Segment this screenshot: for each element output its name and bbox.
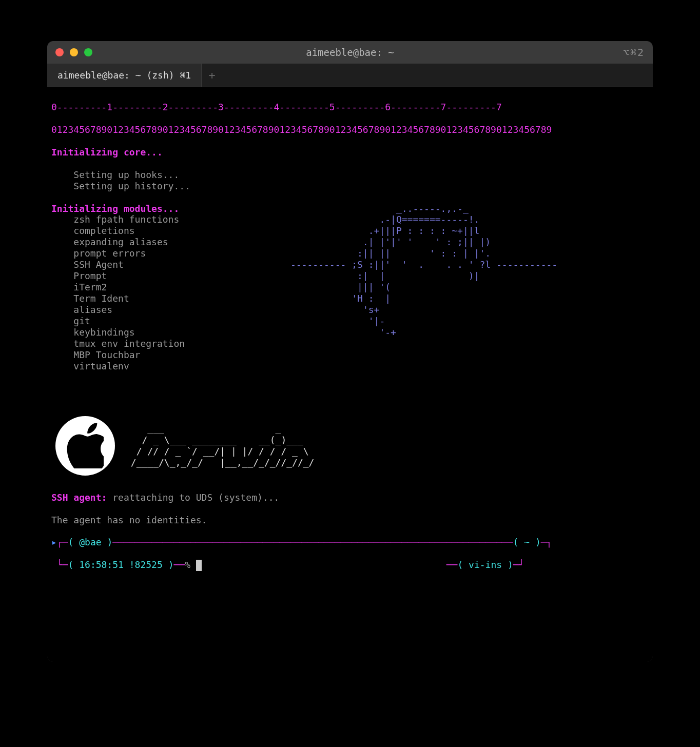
- init-module-row: zsh fpath functions .-|Q=======-----!.: [51, 214, 649, 225]
- init-module-row: Prompt :| | )|: [51, 270, 649, 282]
- tab-bar: aimeeble@bae: ~ (zsh) ⌘1 +: [47, 64, 653, 87]
- headphone-art-line: .-|Q=======-----!.: [179, 214, 496, 225]
- init-module-row: iTerm2 ||| '(: [51, 282, 649, 293]
- init-module-row: Initializing modules... _..-----.,.-_: [51, 203, 649, 214]
- prompt-line-bottom: └─( 16:58:51 !82525 )──% ──( vi-ins )─┘: [51, 559, 649, 571]
- prompt-dir: ~: [524, 537, 530, 547]
- minimize-button[interactable]: [70, 48, 78, 56]
- headphone-art-line: [129, 361, 218, 371]
- ssh-line: SSH agent: reattaching to UDS (system)..…: [51, 492, 649, 503]
- headphone-art-line: [140, 349, 218, 360]
- init-core-header: Initializing core...: [51, 147, 649, 158]
- headphone-art-line: .+|||P : : : : ~+||l: [135, 225, 496, 236]
- headphone-art-line: 's+: [112, 304, 496, 315]
- init-module-row: Term Ident 'H : |: [51, 293, 649, 304]
- init-module-row: SSH Agent ---------- ;S :||' ' . . . ' ?…: [51, 259, 649, 270]
- init-module-row: keybindings '-+: [51, 327, 649, 338]
- headphone-art-line: ||| '(: [107, 282, 496, 292]
- prompt-symbol: %: [185, 559, 190, 570]
- init-core-line: Setting up history...: [51, 181, 649, 192]
- init-module-row: MBP Touchbar: [51, 349, 649, 361]
- headphone-art-line: [185, 338, 218, 349]
- headphone-art-line: 'H : |: [129, 293, 496, 304]
- title-bar: aimeeble@bae: ~ ⌥⌘2: [47, 41, 653, 64]
- prompt-history: !82525: [129, 559, 163, 570]
- prompt-time: 16:58:51: [79, 559, 124, 570]
- headphone-art-line: '|-: [90, 316, 496, 326]
- terminal-window: aimeeble@bae: ~ ⌥⌘2 aimeeble@bae: ~ (zsh…: [47, 41, 653, 662]
- prompt-mode: vi-ins: [469, 559, 502, 570]
- ssh-agent-message: reattaching to UDS (system)...: [107, 492, 279, 503]
- prompt-host: @bae: [79, 537, 101, 547]
- maximize-button[interactable]: [84, 48, 92, 56]
- tab-active[interactable]: aimeeble@bae: ~ (zsh) ⌘1: [47, 64, 202, 87]
- darwin-banner: ___ _ / _ \___ ________ __(_)___ / // / …: [55, 416, 649, 476]
- headphone-art-line: _..-----.,.-_: [179, 203, 496, 214]
- ruler-digits: 0123456789012345678901234567890123456789…: [51, 124, 649, 135]
- init-module-row: git '|-: [51, 316, 649, 327]
- headphone-art-line: ---------- ;S :||' ' . . . ' ?l --------…: [124, 259, 557, 270]
- init-module-row: expanding aliases .| |'|' ' ' : ;|| |): [51, 237, 649, 248]
- apple-logo-icon: [55, 416, 115, 476]
- ssh-no-identities: The agent has no identities.: [51, 515, 649, 526]
- darwin-ascii-art: ___ _ / _ \___ ________ __(_)___ / // / …: [125, 423, 314, 468]
- window-shortcut-indicator: ⌥⌘2: [623, 46, 645, 58]
- new-tab-button[interactable]: +: [202, 64, 222, 87]
- headphone-art-line: :|| || ' : : | |'.: [146, 248, 496, 259]
- init-module-row: aliases 's+: [51, 304, 649, 316]
- window-title: aimeeble@bae: ~: [306, 47, 394, 58]
- tab-label: aimeeble@bae: ~ (zsh) ⌘1: [57, 70, 191, 81]
- ssh-agent-label: SSH agent:: [51, 492, 107, 503]
- init-module-row: tmux env integration: [51, 338, 649, 349]
- init-core-line: Setting up hooks...: [51, 169, 649, 181]
- headphone-art-line: '-+: [135, 327, 496, 338]
- init-module-row: prompt errors :|| || ' : : | |'.: [51, 248, 649, 259]
- cursor: [196, 560, 202, 571]
- headphone-art-line: :| | )|: [107, 270, 496, 281]
- init-module-row: virtualenv: [51, 361, 649, 372]
- ruler-marks: 0---------1---------2---------3---------…: [51, 102, 649, 113]
- traffic-lights: [55, 48, 92, 56]
- headphone-art-line: .| |'|' ' ' : ;|| |): [168, 237, 496, 247]
- prompt-line-top: ▸┌─( @bae )─────────────────────────────…: [51, 537, 649, 548]
- terminal-content[interactable]: 0---------1---------2---------3---------…: [47, 87, 653, 662]
- init-module-row: completions .+|||P : : : : ~+||l: [51, 225, 649, 237]
- close-button[interactable]: [55, 48, 64, 56]
